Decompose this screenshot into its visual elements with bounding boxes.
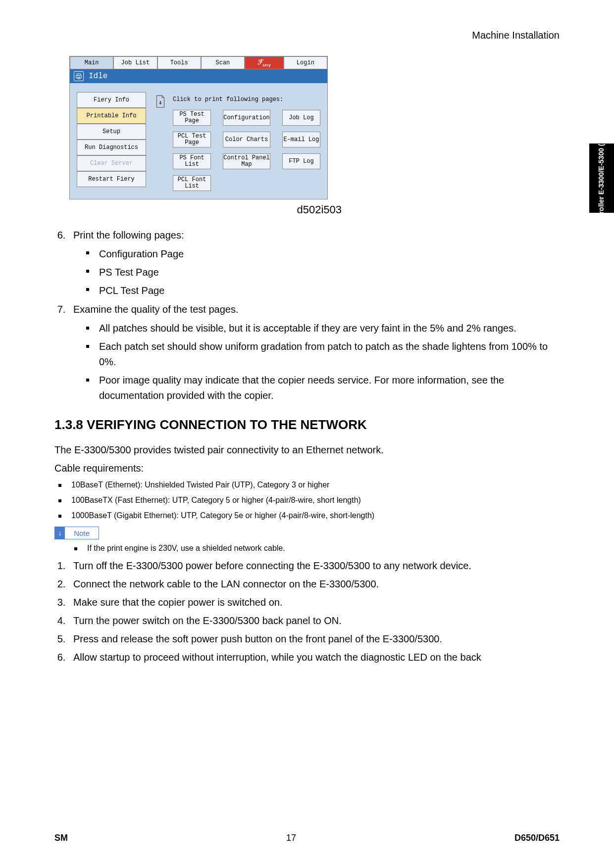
status-bar: Idle <box>70 69 327 83</box>
note-label: Note <box>65 529 99 537</box>
procedure-step: Allow startup to proceed without interru… <box>68 649 560 666</box>
section-para-2: Cable requirements: <box>54 461 560 476</box>
tab-tools[interactable]: Tools <box>157 56 201 69</box>
numbered-steps: Turn off the E-3300/5300 power before co… <box>54 558 560 666</box>
print-btn-job-log[interactable]: Job Log <box>282 110 320 126</box>
printer-icon <box>74 71 84 81</box>
side-btn-fiery-info[interactable]: Fiery Info <box>77 92 146 108</box>
side-btn-setup[interactable]: Setup <box>77 124 146 140</box>
chapter-side-tab: Color Controller E-3300/E-5300 (D650/D65… <box>589 144 614 213</box>
print-btn-ps-font-list[interactable]: PS Font List <box>173 153 211 169</box>
list-item: If the print engine is 230V, use a shiel… <box>74 542 560 555</box>
step-7-sublist: All patches should be visible, but it is… <box>86 321 560 403</box>
print-btn-ftp-log[interactable]: FTP Log <box>282 153 320 169</box>
tab-main[interactable]: Main <box>70 56 113 69</box>
note-callout: ↓ Note <box>54 527 99 539</box>
status-text: Idle <box>89 72 107 81</box>
tab-scan[interactable]: Scan <box>201 56 245 69</box>
procedure-step: Turn off the E-3300/5300 power before co… <box>68 558 560 574</box>
list-item: 100BaseTX (Fast Ethernet): UTP, Category… <box>58 494 560 507</box>
side-btn-restart-fiery[interactable]: Restart Fiery <box>77 171 146 187</box>
step-7: Examine the quality of the test pages. A… <box>68 301 560 403</box>
procedure-step: Make sure that the copier power is switc… <box>68 594 560 611</box>
fiery-panel-screenshot: MainJob ListToolsScanℱieryLogin Idle Fie… <box>69 56 328 199</box>
list-item: Poor image quality may indicate that the… <box>86 373 560 403</box>
page-icon <box>155 95 166 108</box>
step-6-text: Print the following pages: <box>73 230 184 241</box>
procedure-step: Press and release the soft power push bu… <box>68 631 560 647</box>
list-item: 10BaseT (Ethernet): Unshielded Twisted P… <box>58 479 560 491</box>
section-heading: 1.3.8 VERIFYING CONNECTION TO THE NETWOR… <box>54 417 560 433</box>
note-arrow-icon: ↓ <box>55 527 65 539</box>
print-button-grid: PS Test PageConfigurationJob LogPCL Test… <box>173 110 320 191</box>
print-hint: Click to print following pages: <box>173 96 320 103</box>
tab-fiery-logo[interactable]: ℱiery <box>245 56 284 69</box>
footer-right: D650/D651 <box>514 833 560 843</box>
print-btn-e-mail-log[interactable]: E-mail Log <box>282 132 320 147</box>
list-item: Configuration Page <box>86 246 560 262</box>
tab-job-list[interactable]: Job List <box>113 56 157 69</box>
procedure-step: Connect the network cable to the LAN con… <box>68 576 560 592</box>
list-item: Each patch set should show uniform grada… <box>86 339 560 370</box>
note-list: If the print engine is 230V, use a shiel… <box>74 542 560 555</box>
chapter-side-tab-text: Color Controller E-3300/E-5300 (D650/D65… <box>598 106 605 249</box>
print-btn-configuration[interactable]: Configuration <box>223 110 270 126</box>
print-btn-control-panel-map[interactable]: Control Panel Map <box>223 153 270 169</box>
svg-rect-0 <box>76 75 82 78</box>
procedure-step: Turn the power switch on the E-3300/5300… <box>68 613 560 629</box>
list-item: All patches should be visible, but it is… <box>86 321 560 336</box>
svg-rect-1 <box>77 74 81 76</box>
side-menu: Fiery InfoPrintable InfoSetupRun Diagnos… <box>77 92 146 187</box>
print-btn-ps-test-page[interactable]: PS Test Page <box>173 110 211 126</box>
page-header: Machine Installation <box>54 30 560 41</box>
print-btn-pcl-test-page[interactable]: PCL Test Page <box>173 132 211 147</box>
image-id: d502i503 <box>69 203 342 216</box>
step-7-text: Examine the quality of the test pages. <box>73 304 239 315</box>
fiery-logo-icon: ℱiery <box>257 58 271 67</box>
step-6-sublist: Configuration PagePS Test PagePCL Test P… <box>86 246 560 298</box>
section-para-1: The E-3300/5300 provides twisted pair co… <box>54 442 560 458</box>
footer-left: SM <box>54 833 68 843</box>
step-6: Print the following pages: Configuration… <box>68 227 560 298</box>
list-item: PCL Test Page <box>86 283 560 298</box>
page-footer: SM 17 D650/D651 <box>54 833 560 843</box>
cable-requirements-list: 10BaseT (Ethernet): Unshielded Twisted P… <box>58 479 560 522</box>
side-btn-printable-info[interactable]: Printable Info <box>77 108 146 124</box>
list-item: 1000BaseT (Gigabit Ethernet): UTP, Categ… <box>58 510 560 522</box>
app-tab-bar: MainJob ListToolsScanℱieryLogin <box>70 56 327 69</box>
list-item: PS Test Page <box>86 265 560 280</box>
footer-center: 17 <box>286 833 296 843</box>
side-btn-run-diagnostics[interactable]: Run Diagnostics <box>77 140 146 155</box>
side-btn-clear-server: Clear Server <box>77 155 146 171</box>
tab-login[interactable]: Login <box>284 56 327 69</box>
print-btn-color-charts[interactable]: Color Charts <box>223 132 270 147</box>
print-btn-pcl-font-list[interactable]: PCL Font List <box>173 175 211 191</box>
